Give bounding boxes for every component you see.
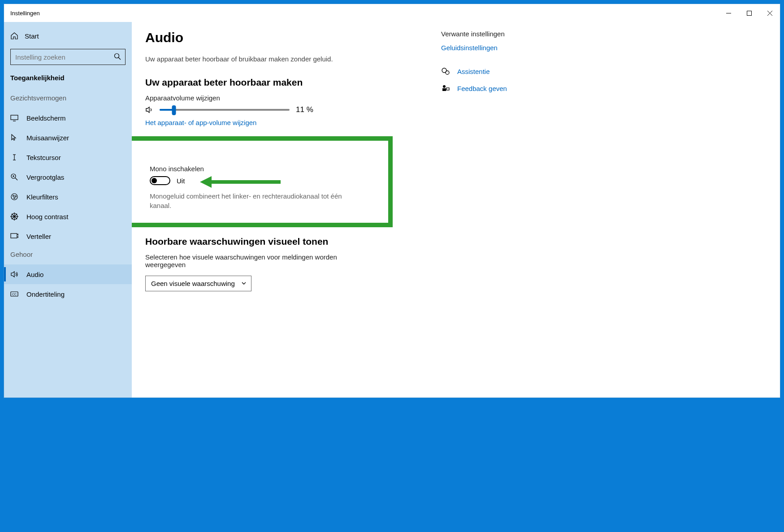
feedback-link-row: Feedback geven — [441, 84, 553, 93]
svg-point-31 — [443, 85, 446, 88]
page-subtitle: Uw apparaat beter hoorbaar of bruikbaar … — [145, 55, 432, 63]
titlebar: Instellingen — [4, 4, 780, 22]
sound-settings-link[interactable]: Geluidsinstellingen — [441, 44, 553, 52]
svg-line-5 — [118, 57, 121, 60]
sidebar-item-muisaanwijzer[interactable]: Muisaanwijzer — [4, 128, 132, 147]
audio-icon — [10, 270, 18, 278]
sidebar-item-ondertiteling[interactable]: CC Ondertiteling — [4, 284, 132, 304]
sidebar-item-label: Vergrootglas — [26, 173, 64, 181]
slider-thumb[interactable] — [172, 105, 176, 115]
settings-window: Instellingen Start Toegankelijkheid Gezi… — [4, 4, 780, 398]
sidebar: Start Toegankelijkheid Gezichtsvermogen … — [4, 22, 132, 398]
sidebar-item-audio[interactable]: Audio — [4, 264, 132, 284]
narrator-icon — [10, 232, 18, 240]
sidebar-item-label: Verteller — [26, 233, 51, 240]
svg-rect-24 — [11, 234, 17, 238]
svg-rect-1 — [747, 11, 751, 15]
sidebar-item-tekstcursor[interactable]: Tekstcursor — [4, 147, 132, 167]
captions-icon: CC — [10, 290, 18, 298]
visual-warn-label: Selecteren hoe visuele waarschuwingen vo… — [145, 253, 342, 268]
visual-warning-select[interactable]: Geen visuele waarschuwing — [145, 276, 251, 291]
group-vision: Gezichtsvermogen — [4, 90, 132, 108]
pointer-icon — [10, 134, 18, 142]
select-value: Geen visuele waarschuwing — [151, 280, 235, 287]
search-input[interactable] — [10, 49, 126, 65]
svg-point-16 — [13, 195, 14, 197]
svg-line-12 — [15, 178, 17, 180]
svg-point-17 — [15, 196, 17, 197]
sidebar-item-label: Muisaanwijzer — [26, 134, 69, 142]
chevron-down-icon — [241, 280, 247, 287]
minimize-button[interactable] — [718, 4, 739, 22]
related-title: Verwante instellingen — [441, 30, 553, 38]
volume-label: Apparaatvolume wijzigen — [145, 94, 432, 102]
help-link-row: Assistentie — [441, 67, 553, 76]
sidebar-item-label: Beeldscherm — [26, 114, 66, 122]
window-title: Instellingen — [10, 10, 40, 17]
sidebar-item-kleurfilters[interactable]: Kleurfilters — [4, 187, 132, 207]
sidebar-item-verteller[interactable]: Verteller — [4, 226, 132, 246]
volume-value: 11 % — [296, 105, 313, 114]
section-heading: Hoorbare waarschuwingen visueel tonen — [145, 236, 432, 247]
search-wrap — [10, 49, 126, 65]
maximize-button[interactable] — [739, 4, 759, 22]
feedback-icon — [441, 84, 450, 93]
sidebar-item-label: Audio — [26, 271, 43, 278]
page-title: Audio — [145, 30, 432, 45]
sidebar-item-label: Kleurfilters — [26, 193, 58, 201]
home-label: Start — [25, 32, 39, 40]
mono-heading: Mono inschakelen — [150, 165, 388, 173]
home-icon — [10, 32, 18, 40]
close-button[interactable] — [759, 4, 780, 22]
right-pane: Verwante instellingen Geluidsinstellinge… — [432, 30, 553, 398]
text-cursor-icon — [10, 153, 18, 161]
main: Audio Uw apparaat beter hoorbaar of brui… — [132, 22, 780, 398]
mono-state: Uit — [177, 177, 185, 185]
sidebar-item-beeldscherm[interactable]: Beeldscherm — [4, 108, 132, 128]
mono-description: Monogeluid combineert het linker- en rec… — [150, 191, 347, 210]
sidebar-item-label: Tekstcursor — [26, 154, 61, 161]
content: Audio Uw apparaat beter hoorbaar of brui… — [145, 30, 432, 398]
sidebar-item-label: Hoog contrast — [26, 213, 68, 221]
volume-link[interactable]: Het apparaat- of app-volume wijzigen — [145, 119, 256, 126]
help-link[interactable]: Assistentie — [457, 68, 490, 75]
speaker-icon — [145, 106, 153, 114]
section-heading: Uw apparaat beter hoorbaar maken — [145, 77, 432, 88]
svg-rect-6 — [11, 115, 18, 120]
svg-rect-32 — [442, 88, 446, 91]
sidebar-item-hoog-contrast[interactable]: Hoog contrast — [4, 207, 132, 226]
search-icon — [114, 53, 121, 62]
sidebar-item-label: Ondertiteling — [26, 290, 65, 298]
help-icon — [441, 67, 450, 76]
toggle-knob — [152, 178, 157, 183]
group-hearing: Gehoor — [4, 246, 132, 264]
display-icon — [10, 114, 18, 122]
window-controls — [718, 4, 780, 22]
magnifier-icon — [10, 173, 18, 181]
svg-marker-28 — [200, 176, 212, 188]
feedback-link[interactable]: Feedback geven — [457, 85, 507, 92]
volume-slider-row: 11 % — [145, 105, 432, 114]
color-filters-icon — [10, 193, 18, 201]
volume-slider[interactable] — [160, 109, 290, 111]
home-button[interactable]: Start — [4, 26, 132, 45]
svg-point-30 — [446, 71, 449, 74]
sidebar-item-vergrootglas[interactable]: Vergrootglas — [4, 167, 132, 187]
contrast-icon — [10, 212, 18, 221]
mono-toggle[interactable] — [150, 176, 170, 185]
svg-point-18 — [14, 198, 15, 199]
svg-rect-33 — [446, 88, 449, 90]
svg-text:CC: CC — [12, 293, 17, 296]
annotation-highlight: . Mono inschakelen Uit Monogeluid combin… — [132, 136, 393, 227]
annotation-arrow-icon — [200, 175, 281, 189]
window-body: Start Toegankelijkheid Gezichtsvermogen … — [4, 22, 780, 398]
section-title: Toegankelijkheid — [4, 71, 132, 90]
